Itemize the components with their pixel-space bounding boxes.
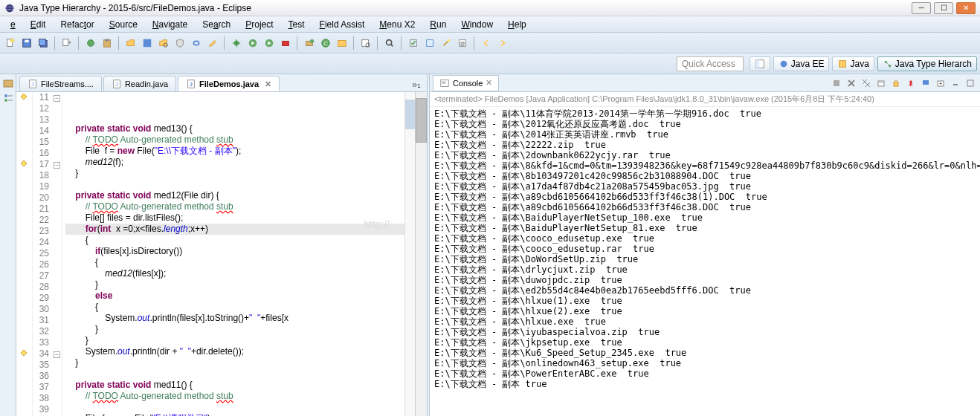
java-file-icon: J xyxy=(28,79,38,89)
svg-point-21 xyxy=(310,39,314,42)
svg-point-9 xyxy=(88,39,94,46)
console-header: <terminated> FileDemos [Java Application… xyxy=(430,92,980,107)
run-last-button[interactable] xyxy=(262,36,277,51)
window-title: Java Type Hierarchy - 2015-6/src/FileDem… xyxy=(19,3,912,13)
code-editor[interactable]: 1112131415161718192021222324252627282930… xyxy=(16,92,427,416)
console-open-button[interactable]: + xyxy=(934,77,947,90)
menu-window[interactable]: Window xyxy=(454,18,500,31)
menu-navigate[interactable]: Navigate xyxy=(145,18,195,31)
tab-overflow-button[interactable]: »₁ xyxy=(406,78,427,91)
save-disk-button[interactable] xyxy=(140,36,155,51)
green-circle-button[interactable] xyxy=(83,36,98,51)
menubar: eEditRefactorSourceNavigateSearchProject… xyxy=(0,16,980,33)
wand-button[interactable] xyxy=(439,36,454,51)
new-dropdown-button[interactable] xyxy=(59,36,74,51)
svg-rect-36 xyxy=(756,59,759,68)
editor-tabs: JFileStreams....JReadin.javaJFileDemos.j… xyxy=(16,74,427,92)
outline-icon[interactable] xyxy=(2,92,14,104)
overview-ruler[interactable] xyxy=(404,92,415,416)
svg-text:C: C xyxy=(323,39,328,46)
menu-project[interactable]: Project xyxy=(238,18,280,31)
console-icon xyxy=(439,78,450,88)
console-scroll-lock-button[interactable] xyxy=(889,77,903,90)
new-package-button[interactable] xyxy=(302,36,317,51)
menu-e[interactable]: e xyxy=(3,18,23,31)
menu-source[interactable]: Source xyxy=(102,18,145,31)
package-explorer-icon[interactable] xyxy=(2,77,14,89)
pencil-button[interactable] xyxy=(205,36,220,51)
new-button[interactable] xyxy=(3,36,18,51)
svg-rect-63 xyxy=(878,81,884,86)
editor-tab-filedemos-java[interactable]: JFileDemos.java✕ xyxy=(178,76,280,91)
toggle-mark-button[interactable] xyxy=(406,36,421,51)
menu-test[interactable]: Test xyxy=(281,18,312,31)
console-minimize-button[interactable] xyxy=(949,77,962,90)
console-remove-all-button[interactable] xyxy=(860,77,873,90)
tab-close-icon[interactable]: ✕ xyxy=(486,78,492,88)
console-remove-button[interactable] xyxy=(845,77,858,90)
console-pin-button[interactable] xyxy=(904,77,918,90)
back-button[interactable] xyxy=(479,36,494,51)
editor-tab-readin-java[interactable]: JReadin.java xyxy=(103,76,176,91)
new-class-button[interactable]: C xyxy=(318,36,333,51)
console-display-button[interactable] xyxy=(919,77,932,90)
open-folder-button[interactable] xyxy=(123,36,138,51)
svg-rect-11 xyxy=(105,39,109,41)
minimize-button[interactable]: ─ xyxy=(912,2,931,14)
tab-close-icon[interactable]: ✕ xyxy=(265,79,271,89)
console-output[interactable]: E:\下载文档 - 副本\11体育学院2013-2014第一学年第一学期916.… xyxy=(430,107,980,416)
external-tools-button[interactable] xyxy=(278,36,293,51)
console-maximize-button[interactable] xyxy=(964,77,977,90)
forward-button[interactable] xyxy=(495,36,510,51)
search-button[interactable] xyxy=(382,36,397,51)
toggle-block-button[interactable] xyxy=(422,36,437,51)
svg-text:J: J xyxy=(115,82,118,87)
annotation-ruler[interactable] xyxy=(16,92,33,416)
close-button[interactable]: ✕ xyxy=(956,2,976,14)
menu-search[interactable]: Search xyxy=(195,18,238,31)
folder-search-button[interactable] xyxy=(156,36,171,51)
perspective-java-ee[interactable]: Java EE xyxy=(773,56,830,71)
folding-ruler[interactable]: −−− xyxy=(54,92,62,416)
svg-point-44 xyxy=(4,99,7,102)
annotation-button[interactable]: @ xyxy=(455,36,470,51)
svg-text:J: J xyxy=(190,82,193,87)
svg-rect-12 xyxy=(144,39,152,47)
svg-rect-7 xyxy=(39,39,46,45)
svg-point-32 xyxy=(448,39,451,42)
menu-menu-x2[interactable]: Menu X2 xyxy=(372,18,422,31)
link-button[interactable] xyxy=(189,36,204,51)
run-button[interactable] xyxy=(245,36,260,51)
console-clear-button[interactable] xyxy=(874,77,888,90)
shield-button[interactable] xyxy=(173,36,187,51)
maximize-button[interactable]: ☐ xyxy=(934,2,953,14)
quick-access-input[interactable]: Quick Access xyxy=(677,56,744,71)
paste-button[interactable] xyxy=(100,36,115,51)
perspective-java[interactable]: Java xyxy=(832,56,874,71)
menu-help[interactable]: Help xyxy=(500,18,534,31)
eclipse-icon xyxy=(4,3,15,13)
java-file-icon: J xyxy=(112,79,122,89)
perspective-java-type-hierarchy[interactable]: Java Type Hierarch xyxy=(877,56,977,71)
editor-tab-filestreams-[interactable]: JFileStreams.... xyxy=(19,76,102,91)
console-pane: Console ✕ + <terminated> FileDemos [Java… xyxy=(430,74,980,416)
code-area[interactable]: http:// private static void med13() { //… xyxy=(62,92,404,416)
svg-point-3 xyxy=(10,38,14,42)
svg-point-37 xyxy=(780,60,787,67)
editor-scrollbar[interactable] xyxy=(415,92,427,416)
menu-refactor[interactable]: Refactor xyxy=(53,18,101,31)
svg-rect-19 xyxy=(283,41,289,45)
open-perspective-button[interactable] xyxy=(749,56,770,71)
svg-text:+: + xyxy=(939,81,942,86)
menu-run[interactable]: Run xyxy=(422,18,454,31)
open-type-button[interactable] xyxy=(358,36,373,51)
save-button[interactable] xyxy=(19,36,34,51)
debug-button[interactable] xyxy=(229,36,244,51)
new-project-button[interactable] xyxy=(335,36,349,51)
svg-point-43 xyxy=(4,94,7,97)
console-tab[interactable]: Console ✕ xyxy=(433,75,499,91)
console-terminate-button[interactable] xyxy=(830,77,843,90)
menu-edit[interactable]: Edit xyxy=(23,18,54,31)
menu-field-assist[interactable]: Field Assist xyxy=(312,18,373,31)
save-all-button[interactable] xyxy=(36,36,51,51)
